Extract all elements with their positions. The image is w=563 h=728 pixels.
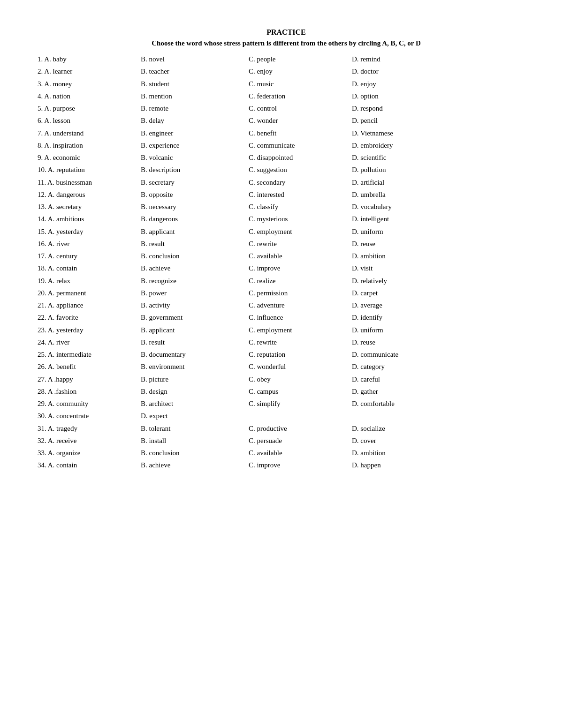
- q-d: D. intelligent: [352, 214, 389, 225]
- q-c: C. benefit: [249, 128, 352, 139]
- q-d: D. identify: [352, 312, 382, 323]
- q-b: B. remote: [141, 103, 249, 114]
- q-num: 34. A. contain: [38, 460, 141, 471]
- q-c: C. enjoy: [249, 66, 352, 77]
- q-num: 6. A. lesson: [38, 115, 141, 126]
- q-b: B. achieve: [141, 460, 249, 471]
- q-c: C. available: [249, 251, 352, 262]
- q-b: B. picture: [141, 374, 249, 385]
- q-b: B. environment: [141, 361, 249, 372]
- q-num: 28. A .fashion: [38, 386, 141, 397]
- q-b: B. documentary: [141, 349, 249, 360]
- list-item: 24. A. river B. result C. rewrite D. reu…: [38, 337, 535, 348]
- q-d: D. Vietnamese: [352, 128, 393, 139]
- list-item: 17. A. century B. conclusion C. availabl…: [38, 251, 535, 262]
- q-d: D. socialize: [352, 423, 385, 434]
- q-c: C. adventure: [249, 300, 352, 311]
- q-num: 12. A. dangerous: [38, 189, 141, 200]
- list-item: 16. A. river B. result C. rewrite D. reu…: [38, 239, 535, 249]
- q-d: D. average: [352, 300, 382, 311]
- q-d: D. artificial: [352, 177, 384, 188]
- q-b: B. student: [141, 79, 249, 90]
- q-d: D. category: [352, 361, 385, 372]
- q-b: B. result: [141, 239, 249, 249]
- q-c: C. employment: [249, 325, 352, 336]
- q-d: D. careful: [352, 374, 380, 385]
- q-d: D. uniform: [352, 325, 383, 336]
- q-b: B. engineer: [141, 128, 249, 139]
- q-num: 26. A. benefit: [38, 361, 141, 372]
- q-d: D. umbrella: [352, 189, 386, 200]
- q-d: D. respond: [352, 103, 383, 114]
- q-b: B. conclusion: [141, 251, 249, 262]
- list-item: 1. A. baby B. novel C. people D. remind: [38, 54, 535, 65]
- list-item: 27. A .happy B. picture C. obey D. caref…: [38, 374, 535, 385]
- q-c: C. federation: [249, 91, 352, 102]
- q-d: D. communicate: [352, 349, 398, 360]
- list-item: 23. A. yesterday B. applicant C. employm…: [38, 325, 535, 336]
- q-c: C. interested: [249, 189, 352, 200]
- q-d: D. enjoy: [352, 79, 376, 90]
- q-c: C. realize: [249, 276, 352, 286]
- list-item: 13. A. secretary B. necessary C. classif…: [38, 202, 535, 212]
- q-b: B. design: [141, 386, 249, 397]
- list-item: 6. A. lesson B. delay C. wonder D. penci…: [38, 115, 535, 126]
- q-d: D. carpet: [352, 288, 378, 299]
- q-b: B. applicant: [141, 325, 249, 336]
- q-num: 21. A. appliance: [38, 300, 141, 311]
- q-d: D. reuse: [352, 239, 375, 249]
- q-b: B. novel: [141, 54, 249, 65]
- question-list: 1. A. baby B. novel C. people D. remind …: [38, 54, 535, 471]
- list-item: 15. A. yesterday B. applicant C. employm…: [38, 226, 535, 237]
- list-item: 2. A. learner B. teacher C. enjoy D. doc…: [38, 66, 535, 77]
- list-item: 4. A. nation B. mention C. federation D.…: [38, 91, 535, 102]
- q-b: B. architect: [141, 398, 249, 409]
- list-item: 21. A. appliance B. activity C. adventur…: [38, 300, 535, 311]
- q-c: C. people: [249, 54, 352, 65]
- q-c: C. mysterious: [249, 214, 352, 225]
- q-num: 13. A. secretary: [38, 202, 141, 212]
- q-b: B. secretary: [141, 177, 249, 188]
- q-c: C. available: [249, 448, 352, 458]
- list-item: 33. A. organize B. conclusion C. availab…: [38, 448, 535, 458]
- q-num: 24. A. river: [38, 337, 141, 348]
- list-item: 22. A. favorite B. government C. influen…: [38, 312, 535, 323]
- q-d: D. gather: [352, 386, 378, 397]
- list-item: 9. A. economic B. volcanic C. disappoint…: [38, 152, 535, 163]
- q-b: B. mention: [141, 91, 249, 102]
- q-c: C. communicate: [249, 140, 352, 151]
- q-c: C. control: [249, 103, 352, 114]
- q-num: 14. A. ambitious: [38, 214, 141, 225]
- q-b: B. government: [141, 312, 249, 323]
- q-c: C. music: [249, 79, 352, 90]
- q-b: B. install: [141, 435, 249, 446]
- q-b: B. opposite: [141, 189, 249, 200]
- q-c: C. simplify: [249, 398, 352, 409]
- q-b: B. power: [141, 288, 249, 299]
- q-num: 30. A. concentrate: [38, 411, 141, 421]
- q-c: C. obey: [249, 374, 352, 385]
- q-d: D. comfortable: [352, 398, 395, 409]
- q-num: 31. A. tragedy: [38, 423, 141, 434]
- q-d: D. vocabulary: [352, 202, 392, 212]
- q-c: C. rewrite: [249, 337, 352, 348]
- q-d: D. ambition: [352, 448, 386, 458]
- page-title: PRACTICE: [38, 28, 535, 37]
- q-num: 8. A. inspiration: [38, 140, 141, 151]
- q-c: C. rewrite: [249, 239, 352, 249]
- q-c: C. productive: [249, 423, 352, 434]
- q-b: B. dangerous: [141, 214, 249, 225]
- q-b: B. achieve: [141, 263, 249, 274]
- q-d: D. scientific: [352, 152, 386, 163]
- list-item: 31. A. tragedy B. tolerant C. productive…: [38, 423, 535, 434]
- q-b: B. result: [141, 337, 249, 348]
- q-c: C. influence: [249, 312, 352, 323]
- list-item: 8. A. inspiration B. experience C. commu…: [38, 140, 535, 151]
- q-num: 10. A. reputation: [38, 165, 141, 175]
- q-d: D. doctor: [352, 66, 379, 77]
- q-b: B. activity: [141, 300, 249, 311]
- q-c: C. improve: [249, 263, 352, 274]
- q-d: D. happen: [352, 460, 381, 471]
- list-item: 5. A. purpose B. remote C. control D. re…: [38, 103, 535, 114]
- q-c: C. persuade: [249, 435, 352, 446]
